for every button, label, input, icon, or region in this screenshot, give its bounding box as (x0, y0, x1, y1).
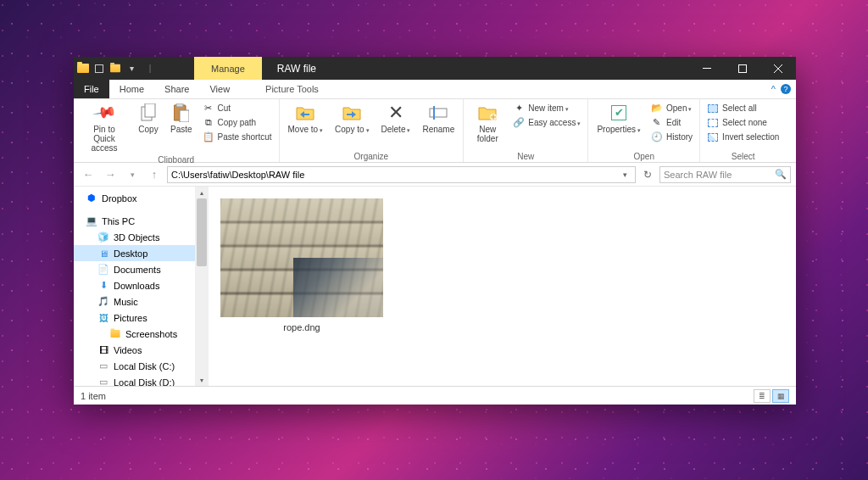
minimize-button[interactable] (689, 57, 725, 80)
nav-dropbox[interactable]: ⬢Dropbox (74, 190, 195, 206)
thumbnails-view-button[interactable]: ▦ (772, 389, 789, 403)
file-thumbnail (220, 198, 383, 317)
status-bar: 1 item ≣ ▦ (74, 386, 796, 405)
qat-customize[interactable]: ▾ (123, 60, 140, 77)
tab-home[interactable]: Home (109, 80, 154, 98)
select-all-button[interactable]: Select all (704, 101, 782, 115)
collapse-ribbon-icon[interactable]: ^ (771, 84, 776, 94)
nav-local-disk-d[interactable]: ▭Local Disk (D:) (74, 374, 195, 386)
cut-button[interactable]: ✂Cut (199, 101, 275, 115)
ribbon-group-select: Select all Select none Invert selection … (700, 99, 786, 162)
details-view-button[interactable]: ≣ (754, 389, 771, 403)
nav-downloads[interactable]: ⬇Downloads (74, 277, 195, 293)
help-icon[interactable]: ? (781, 84, 791, 94)
recent-locations-button[interactable]: ▾ (123, 165, 142, 184)
rename-button[interactable]: Rename (417, 101, 459, 136)
nav-videos[interactable]: 🎞Videos (74, 342, 195, 358)
scroll-down-icon[interactable]: ▾ (195, 374, 209, 386)
path-text: C:\Users\fatiw\Desktop\RAW file (171, 170, 615, 180)
titlebar[interactable]: ▾ | Manage RAW file (74, 57, 796, 80)
nav-music[interactable]: 🎵Music (74, 293, 195, 310)
svg-rect-3 (145, 103, 155, 117)
copy-to-icon (342, 103, 362, 123)
move-to-button[interactable]: Move to (283, 101, 329, 136)
explorer-body: ⬢Dropbox 💻This PC 🧊3D Objects 🖥Desktop 📄… (74, 187, 796, 386)
search-icon: 🔍 (775, 169, 787, 180)
nav-scrollbar[interactable]: ▴ ▾ (195, 187, 209, 386)
group-label: New (467, 151, 584, 162)
copy-path-button[interactable]: ⧉Copy path (199, 115, 275, 130)
file-list[interactable]: rope.dng (209, 187, 796, 386)
move-to-icon (295, 103, 315, 123)
search-input[interactable]: Search RAW file 🔍 (659, 166, 791, 183)
ribbon-group-organize: Move to Copy to ✕Delete Rename Organize (280, 99, 465, 162)
address-input[interactable]: C:\Users\fatiw\Desktop\RAW file ▾ (167, 166, 636, 183)
delete-icon: ✕ (386, 103, 406, 123)
window-title: RAW file (262, 63, 331, 75)
new-item-button[interactable]: ✦New item (509, 101, 584, 115)
paste-icon (171, 103, 192, 123)
open-button[interactable]: 📂Open (648, 101, 696, 115)
select-all-icon (707, 103, 719, 114)
nav-desktop[interactable]: 🖥Desktop (74, 245, 195, 261)
delete-button[interactable]: ✕Delete (376, 101, 416, 136)
properties-button[interactable]: ✔Properties (592, 101, 646, 136)
nav-screenshots[interactable]: Screenshots (74, 326, 195, 342)
copy-button[interactable]: Copy (133, 101, 164, 136)
nav-3d-objects[interactable]: 🧊3D Objects (74, 229, 195, 245)
address-dropdown-icon[interactable]: ▾ (618, 170, 632, 179)
copy-to-button[interactable]: Copy to (330, 101, 374, 136)
cut-icon: ✂ (203, 103, 214, 114)
forward-button[interactable]: → (101, 165, 120, 184)
select-none-icon (707, 117, 719, 129)
videos-icon: 🎞 (97, 344, 109, 356)
navigation-pane[interactable]: ⬢Dropbox 💻This PC 🧊3D Objects 🖥Desktop 📄… (74, 187, 195, 386)
file-explorer-window: ▾ | Manage RAW file File Home Share View… (74, 57, 796, 405)
tab-view[interactable]: View (199, 80, 240, 98)
select-none-button[interactable]: Select none (704, 115, 782, 130)
file-item[interactable]: rope.dng (220, 198, 383, 332)
properties-icon: ✔ (609, 103, 629, 123)
up-button[interactable]: ↑ (145, 165, 164, 184)
nav-this-pc[interactable]: 💻This PC (74, 213, 195, 229)
address-bar: ← → ▾ ↑ C:\Users\fatiw\Desktop\RAW file … (74, 163, 796, 187)
close-button[interactable] (760, 57, 796, 80)
nav-pictures[interactable]: 🖼Pictures (74, 310, 195, 326)
new-folder-button[interactable]: New folder (467, 101, 508, 145)
open-icon: 📂 (651, 103, 663, 114)
paste-shortcut-button[interactable]: 📋Paste shortcut (199, 130, 275, 144)
contextual-tab-header[interactable]: Manage (194, 57, 262, 80)
easy-access-icon: 🔗 (513, 117, 525, 129)
tab-share[interactable]: Share (154, 80, 199, 98)
maximize-button[interactable] (725, 57, 760, 80)
back-button[interactable]: ← (79, 165, 97, 184)
invert-selection-icon (707, 131, 719, 143)
qat-item[interactable] (91, 60, 108, 77)
new-item-icon: ✦ (513, 103, 525, 114)
group-label: Select (704, 151, 782, 162)
scroll-up-icon[interactable]: ▴ (195, 187, 209, 198)
3d-objects-icon: 🧊 (97, 232, 109, 243)
easy-access-button[interactable]: 🔗Easy access (509, 115, 584, 130)
invert-selection-button[interactable]: Invert selection (704, 130, 782, 144)
scroll-thumb[interactable] (197, 198, 207, 266)
svg-rect-1 (739, 64, 747, 72)
ribbon-tabs: File Home Share View Picture Tools ^ ? (74, 80, 796, 99)
tab-picture-tools[interactable]: Picture Tools (255, 80, 329, 98)
edit-icon: ✎ (651, 117, 663, 129)
nav-documents[interactable]: 📄Documents (74, 261, 195, 277)
history-button[interactable]: 🕘History (648, 130, 696, 144)
pin-to-quick-access-button[interactable]: 📌Pin to Quick access (77, 101, 131, 154)
pin-icon: 📌 (90, 98, 118, 126)
svg-rect-5 (176, 103, 183, 107)
file-menu[interactable]: File (74, 80, 109, 98)
file-name-label: rope.dng (220, 322, 383, 332)
qat-folder-icon[interactable] (110, 64, 120, 72)
edit-button[interactable]: ✎Edit (648, 115, 696, 130)
downloads-icon: ⬇ (97, 280, 109, 292)
ribbon: 📌Pin to Quick access Copy Paste ✂Cut ⧉Co… (74, 99, 796, 163)
refresh-button[interactable]: ↻ (639, 169, 656, 181)
paste-button[interactable]: Paste (165, 101, 198, 136)
pictures-icon: 🖼 (97, 312, 109, 324)
nav-local-disk-c[interactable]: ▭Local Disk (C:) (74, 358, 195, 374)
